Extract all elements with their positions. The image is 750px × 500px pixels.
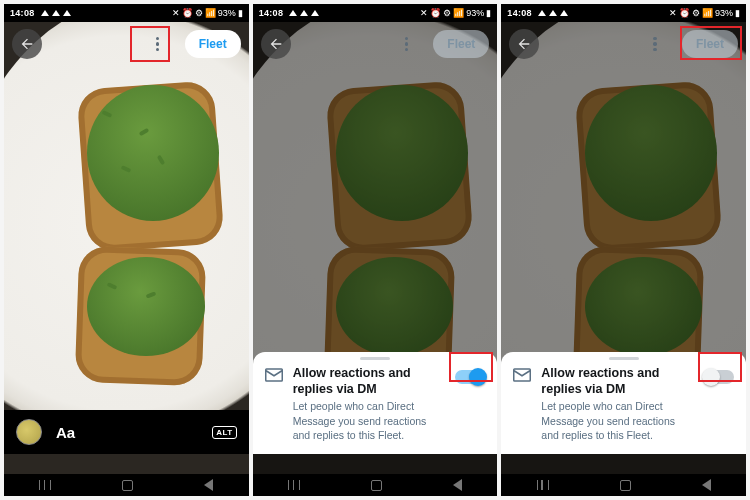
sheet-description: Let people who can Direct Message you se… (293, 399, 443, 442)
content-area: Fleet Aa ALT (4, 22, 249, 474)
back-button[interactable] (12, 29, 42, 59)
screen-sheet-toggle-on: 14:08 ✕⏰⚙📶 93%▮ Fleet A (253, 4, 498, 496)
content-area: Fleet Allow reactions and replies via DM… (501, 22, 746, 474)
arrow-left-icon (516, 36, 532, 52)
allow-dm-toggle[interactable] (704, 370, 734, 384)
status-icons-left (41, 10, 71, 16)
fleet-button[interactable]: Fleet (185, 30, 241, 58)
more-vertical-icon (405, 37, 409, 52)
fleet-button[interactable]: Fleet (682, 30, 738, 58)
arrow-left-icon (19, 36, 35, 52)
fleet-button[interactable]: Fleet (433, 30, 489, 58)
dm-settings-sheet: Allow reactions and replies via DM Let p… (253, 352, 498, 454)
nav-recents-icon[interactable] (537, 480, 549, 490)
screen-compose: 14:08 ✕⏰⚙📶 93% ▮ Fleet (4, 4, 249, 496)
sheet-title: Allow reactions and replies via DM (541, 366, 694, 397)
app-bar: Fleet (501, 22, 746, 66)
more-options-button[interactable] (391, 29, 421, 59)
dm-settings-sheet: Allow reactions and replies via DM Let p… (501, 352, 746, 454)
nav-back-icon[interactable] (453, 479, 462, 491)
nav-back-icon[interactable] (702, 479, 711, 491)
app-bar: Fleet (253, 22, 498, 66)
nav-recents-icon[interactable] (39, 480, 51, 490)
content-area: Fleet Allow reactions and replies via DM… (253, 22, 498, 474)
status-bar: 14:08 ✕⏰⚙📶 93%▮ (253, 4, 498, 22)
back-button[interactable] (261, 29, 291, 59)
status-bar: 14:08 ✕⏰⚙📶 93%▮ (501, 4, 746, 22)
text-tool-button[interactable]: Aa (56, 424, 75, 441)
sheet-description: Let people who can Direct Message you se… (541, 399, 691, 442)
more-options-button[interactable] (640, 29, 670, 59)
sheet-title: Allow reactions and replies via DM (293, 366, 446, 397)
more-vertical-icon (156, 37, 160, 52)
status-battery: 93% (218, 8, 236, 18)
status-time: 14:08 (259, 8, 284, 18)
arrow-left-icon (268, 36, 284, 52)
alt-text-button[interactable]: ALT (212, 426, 236, 439)
sticker-button[interactable] (16, 419, 42, 445)
nav-recents-icon[interactable] (288, 480, 300, 490)
nav-home-icon[interactable] (620, 480, 631, 491)
envelope-icon (265, 366, 283, 442)
android-nav-bar (501, 474, 746, 496)
app-bar: Fleet (4, 22, 249, 66)
back-button[interactable] (509, 29, 539, 59)
android-nav-bar (253, 474, 498, 496)
more-vertical-icon (653, 37, 657, 52)
compose-toolbar: Aa ALT (4, 410, 249, 454)
envelope-icon (513, 366, 531, 442)
status-time: 14:08 (507, 8, 532, 18)
nav-home-icon[interactable] (122, 480, 133, 491)
more-options-button[interactable] (143, 29, 173, 59)
nav-back-icon[interactable] (204, 479, 213, 491)
screen-sheet-toggle-off: 14:08 ✕⏰⚙📶 93%▮ Fleet A (501, 4, 746, 496)
status-icons-right: ✕⏰⚙📶 93% ▮ (172, 8, 243, 18)
nav-home-icon[interactable] (371, 480, 382, 491)
allow-dm-toggle[interactable] (455, 370, 485, 384)
android-nav-bar (4, 474, 249, 496)
status-bar: 14:08 ✕⏰⚙📶 93% ▮ (4, 4, 249, 22)
status-time: 14:08 (10, 8, 35, 18)
